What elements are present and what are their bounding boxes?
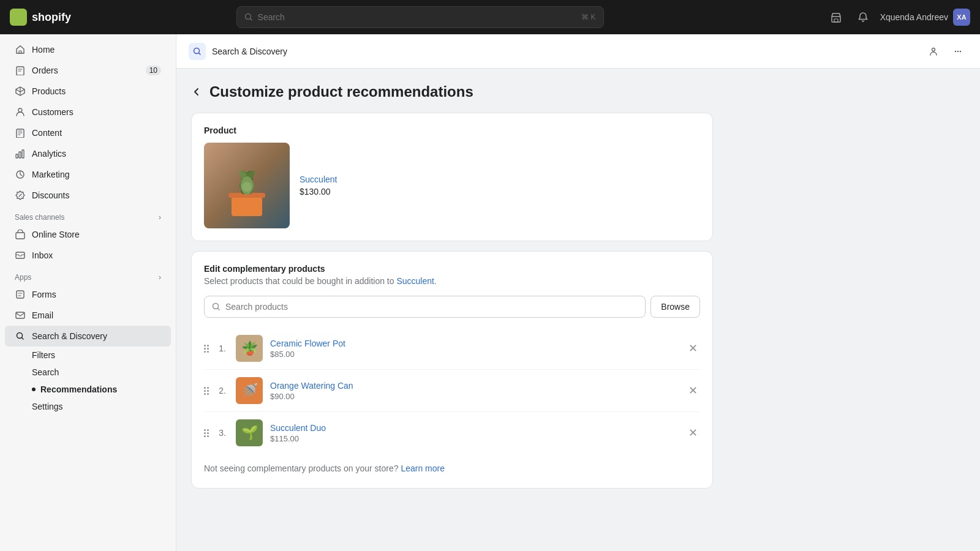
home-icon [15,44,26,55]
succulent-link[interactable]: Succulent [396,276,434,286]
main-content: Search & Discovery [176,34,980,551]
top-navigation: shopify ⌘ K Xquenda Andreev XA [0,0,980,34]
sidebar-sub-label-filters: Filters [32,350,55,360]
more-options-button[interactable] [948,42,968,61]
list-item: 2. 🚿 Orange Watering Can $90.00 ✕ [204,370,700,412]
search-discovery-icon [15,331,26,342]
global-search-bar[interactable]: ⌘ K [236,6,604,28]
sidebar-sub-item-search[interactable]: Search [5,364,171,381]
item-thumbnail-2: 🚿 [236,377,263,404]
drag-handle-1[interactable] [204,345,209,353]
product-search-row: Browse [204,296,700,318]
list-item: 3. 🌱 Succulent Duo $115.00 ✕ [204,412,700,454]
sidebar-label-customers: Customers [32,107,74,117]
product-card: Product [191,113,713,241]
drag-handle-2[interactable] [204,387,209,395]
user-section[interactable]: Xquenda Andreev XA [880,9,970,26]
sidebar-label-search-discovery: Search & Discovery [32,331,107,341]
drag-handle-3[interactable] [204,429,209,437]
sidebar: Home Orders 10 Products Customers Cont [0,34,176,551]
inbox-icon [15,250,26,261]
svg-rect-9 [22,150,24,158]
bell-icon [858,12,869,23]
edit-description: Select products that could be bought in … [204,276,700,286]
sidebar-sub-item-settings[interactable]: Settings [5,398,171,415]
sidebar-item-home[interactable]: Home [5,39,171,60]
back-arrow-icon [191,86,202,97]
app-bar-right [924,42,968,61]
search-discovery-app-icon [192,47,202,56]
svg-rect-8 [19,152,21,158]
sidebar-label-online-store: Online Store [32,230,80,239]
item-name-1[interactable]: Ceramic Flower Pot [270,339,679,348]
orders-icon [15,65,26,76]
sidebar-item-search-discovery[interactable]: Search & Discovery [5,326,171,347]
sidebar-label-analytics: Analytics [32,149,66,159]
sidebar-sub-item-filters[interactable]: Filters [5,347,171,364]
apps-chevron[interactable]: › [159,273,161,282]
back-button[interactable] [191,86,202,97]
global-search-input[interactable] [258,12,577,22]
svg-point-20 [960,50,961,51]
nav-right-section: Xquenda Andreev XA [826,7,970,27]
notification-bell-button[interactable] [853,7,873,27]
item-thumbnail-1: 🪴 [236,335,263,362]
sidebar-label-inbox: Inbox [32,250,53,260]
user-avatar: XA [953,9,970,26]
search-icon [244,13,253,21]
item-name-3[interactable]: Succulent Duo [270,423,679,433]
product-search-input[interactable] [225,302,638,312]
complementary-products-list: 1. 🪴 Ceramic Flower Pot $85.00 ✕ [204,328,700,454]
sidebar-item-orders[interactable]: Orders 10 [5,60,171,81]
sidebar-item-online-store[interactable]: Online Store [5,224,171,245]
sidebar-item-products[interactable]: Products [5,81,171,102]
sidebar-item-discounts[interactable]: Discounts [5,185,171,206]
forms-icon [15,289,26,300]
user-name: Xquenda Andreev [880,12,948,22]
product-search-bar[interactable] [204,296,646,318]
sidebar-item-inbox[interactable]: Inbox [5,245,171,266]
customers-icon [15,107,26,118]
sidebar-item-analytics[interactable]: Analytics [5,143,171,164]
remove-button-2[interactable]: ✕ [686,381,700,400]
product-name-link[interactable]: Succulent [300,174,337,184]
orders-badge: 10 [146,66,161,75]
svg-rect-7 [16,154,18,158]
active-bullet [32,388,36,391]
item-number-1: 1. [216,343,228,353]
sidebar-label-marketing: Marketing [32,170,69,179]
browse-button[interactable]: Browse [650,296,700,318]
sidebar-sub-label-recommendations: Recommendations [40,384,117,394]
svg-point-18 [955,50,956,51]
item-number-3: 3. [216,428,228,438]
product-image [204,143,290,228]
learn-more-link[interactable]: Learn more [401,463,445,473]
svg-point-5 [18,108,22,112]
user-icon [929,47,938,56]
remove-button-3[interactable]: ✕ [686,424,700,442]
item-price-3: $115.00 [270,434,679,443]
store-icon-button[interactable] [826,7,846,27]
page-header: Customize product recommendations [191,83,713,100]
sidebar-item-forms[interactable]: Forms [5,284,171,305]
item-price-2: $90.00 [270,392,679,401]
svg-point-28 [242,182,252,192]
item-name-2[interactable]: Orange Watering Can [270,381,679,391]
sidebar-item-email[interactable]: Email [5,305,171,326]
sidebar-sub-item-recommendations[interactable]: Recommendations [5,381,171,398]
online-store-icon [15,229,26,240]
remove-button-1[interactable]: ✕ [686,339,700,358]
sidebar-sub-label-search: Search [32,367,59,377]
sidebar-item-content[interactable]: Content [5,122,171,143]
item-details-3: Succulent Duo $115.00 [270,423,679,443]
item-number-2: 2. [216,386,228,395]
sidebar-item-customers[interactable]: Customers [5,102,171,122]
sidebar-label-email: Email [32,310,53,320]
sales-channels-section-label: Sales channels › [0,206,176,224]
sidebar-item-marketing[interactable]: Marketing [5,164,171,185]
item-details-2: Orange Watering Can $90.00 [270,381,679,401]
sales-channels-chevron[interactable]: › [159,213,161,222]
svg-rect-21 [232,195,262,216]
sidebar-label-home: Home [32,45,55,54]
user-guide-button[interactable] [924,42,943,61]
